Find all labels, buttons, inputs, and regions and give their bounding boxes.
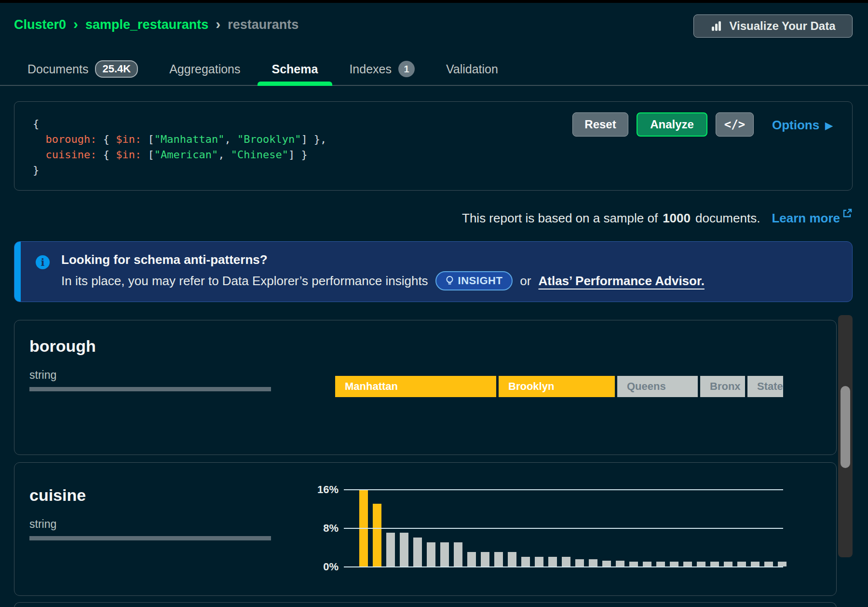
report-count: 1000 — [663, 211, 691, 226]
tab-label: Aggregations — [169, 62, 240, 76]
scrollbar-thumb[interactable] — [841, 386, 850, 468]
performance-advisor-link[interactable]: Atlas’ Performance Advisor. — [538, 274, 704, 289]
tab-schema[interactable]: Schema — [272, 53, 318, 85]
report-text-after: documents. — [695, 211, 760, 226]
histogram-bar[interactable] — [373, 504, 381, 566]
analyze-button[interactable]: Analyze — [637, 112, 707, 137]
banner-title: Looking for schema anti-patterns? — [61, 252, 268, 267]
visualize-your-data-button[interactable]: Visualize Your Data — [693, 14, 853, 38]
histogram-bar[interactable] — [710, 562, 719, 566]
y-tick-label: 0% — [306, 561, 339, 573]
value-bar-bronx[interactable]: Bronx — [700, 376, 745, 397]
y-tick-label: 16% — [306, 483, 339, 496]
field-card-cuisine: cuisine string 16%8%0% — [14, 462, 837, 596]
field-card-next — [14, 602, 837, 607]
query-code[interactable]: { borough: { $in: ["Manhattan", "Brookly… — [33, 116, 326, 178]
breadcrumb: Cluster0 › sample_restaurants › restaura… — [14, 17, 298, 32]
gridline — [344, 528, 783, 529]
histogram-bar[interactable] — [589, 559, 597, 566]
histogram-bar[interactable] — [643, 562, 651, 566]
query-buttons: Reset Analyze </> — [572, 112, 754, 137]
histogram-bar[interactable] — [737, 562, 746, 566]
field-type-label[interactable]: string — [29, 518, 56, 531]
field-type-bar — [29, 536, 271, 540]
y-tick-label: 8% — [306, 522, 339, 535]
value-bar-manhattan[interactable]: Manhattan — [335, 376, 496, 397]
histogram-bar[interactable] — [521, 557, 530, 566]
breadcrumb-database[interactable]: sample_restaurants — [85, 17, 208, 32]
histogram-bar[interactable] — [386, 533, 395, 566]
histogram-bar[interactable] — [778, 562, 787, 566]
histogram-bar[interactable] — [508, 552, 516, 566]
field-name: cuisine — [29, 486, 86, 505]
histogram-bar[interactable] — [602, 561, 611, 566]
histogram-bar[interactable] — [575, 559, 584, 566]
histogram-bar[interactable] — [535, 557, 543, 566]
lightbulb-icon — [446, 276, 454, 286]
tab-badge: 25.4K — [95, 60, 138, 78]
tab-aggregations[interactable]: Aggregations — [169, 53, 240, 85]
tab-documents[interactable]: Documents25.4K — [27, 53, 138, 85]
breadcrumb-cluster[interactable]: Cluster0 — [14, 17, 66, 32]
histogram-bar[interactable] — [427, 542, 435, 566]
histogram-bar[interactable] — [670, 562, 678, 566]
options-link[interactable]: Options ▶ — [772, 118, 833, 133]
histogram-bar[interactable] — [494, 552, 503, 566]
histogram-bar[interactable] — [400, 533, 408, 566]
banner-body-text: In its place, you may refer to Data Expl… — [61, 274, 428, 289]
histogram-bar[interactable] — [413, 538, 422, 566]
reset-button[interactable]: Reset — [572, 112, 628, 137]
histogram-bar[interactable] — [440, 542, 449, 566]
value-bar-staten-island[interactable]: Staten Island — [747, 376, 783, 397]
banner-body: In its place, you may refer to Data Expl… — [61, 271, 705, 290]
tab-indexes[interactable]: Indexes1 — [349, 53, 415, 85]
insight-badge[interactable]: INSIGHT — [435, 271, 513, 290]
code-toggle-button[interactable]: </> — [716, 112, 754, 137]
tab-validation[interactable]: Validation — [446, 53, 498, 85]
arrow-right-icon: ▶ — [825, 120, 832, 131]
chevron-right-icon: › — [73, 17, 78, 31]
histogram-bar[interactable] — [724, 562, 732, 566]
info-icon: i — [36, 255, 50, 269]
histogram-bar[interactable] — [683, 562, 692, 566]
histogram-bar[interactable] — [629, 562, 638, 566]
histogram-bar[interactable] — [562, 557, 570, 566]
histogram-bar[interactable] — [616, 561, 624, 566]
bar-chart-icon — [710, 20, 723, 32]
chevron-right-icon: › — [216, 17, 220, 31]
breadcrumb-collection: restaurants — [228, 17, 298, 32]
code-line: cuisine: { $in: ["American", "Chinese"] … — [33, 147, 326, 163]
field-name: borough — [29, 337, 96, 356]
value-bar-queens[interactable]: Queens — [617, 376, 698, 397]
code-line: borough: { $in: ["Manhattan", "Brooklyn"… — [33, 132, 326, 147]
gridline — [344, 489, 783, 490]
tab-label: Indexes — [349, 62, 392, 76]
field-type-label[interactable]: string — [29, 369, 56, 382]
window-top-edge — [0, 0, 868, 3]
gridline — [344, 566, 783, 567]
query-bar-card: { borough: { $in: ["Manhattan", "Brookly… — [14, 101, 853, 191]
histogram-bar[interactable] — [697, 562, 705, 566]
schema-anti-patterns-banner: i Looking for schema anti-patterns? In i… — [14, 241, 853, 302]
histogram-bar[interactable] — [656, 562, 665, 566]
histogram-bar[interactable] — [548, 557, 557, 566]
options-label: Options — [772, 118, 819, 133]
code-line: { — [33, 116, 326, 132]
tab-bar: Documents25.4KAggregationsSchemaIndexes1… — [0, 53, 868, 86]
report-text-before: This report is based on a sample of — [462, 211, 658, 226]
value-bar-brooklyn[interactable]: Brooklyn — [499, 376, 615, 397]
histogram-bar[interactable] — [764, 562, 773, 566]
banner-accent-stripe — [14, 242, 21, 302]
cuisine-histogram: 16%8%0% — [306, 484, 783, 576]
histogram-bar[interactable] — [481, 552, 489, 566]
sample-report-line: This report is based on a sample of 1000… — [462, 211, 853, 226]
scrollbar-track[interactable] — [838, 315, 853, 557]
learn-more-link[interactable]: Learn more — [772, 211, 853, 226]
histogram-bar[interactable] — [751, 562, 760, 566]
histogram-bar[interactable] — [454, 542, 462, 566]
borough-value-bars: ManhattanBrooklynQueensBronxStaten Islan… — [335, 376, 783, 397]
code-line: } — [33, 163, 326, 178]
visualize-your-data-label: Visualize Your Data — [729, 19, 835, 33]
histogram-bar[interactable] — [467, 552, 476, 566]
tab-label: Validation — [446, 62, 498, 76]
